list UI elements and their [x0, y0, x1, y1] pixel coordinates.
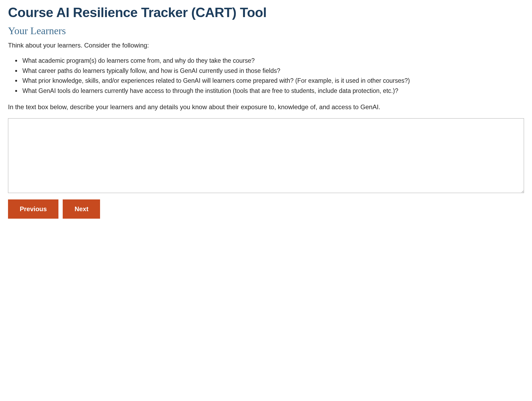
next-button[interactable]: Next [63, 199, 100, 219]
list-item: What academic program(s) do learners com… [21, 56, 524, 66]
nav-button-row: Previous Next [8, 199, 524, 219]
page-title: Course AI Resilience Tracker (CART) Tool [8, 5, 524, 20]
list-item: What GenAI tools do learners currently h… [21, 86, 524, 96]
instruction-paragraph: In the text box below, describe your lea… [8, 102, 524, 112]
list-item: What prior knowledge, skills, and/or exp… [21, 76, 524, 86]
intro-paragraph: Think about your learners. Consider the … [8, 41, 524, 50]
list-item: What career paths do learners typically … [21, 66, 524, 76]
previous-button[interactable]: Previous [8, 199, 58, 219]
section-title: Your Learners [8, 25, 524, 37]
learners-description-input[interactable] [8, 118, 524, 193]
considerations-list: What academic program(s) do learners com… [21, 56, 524, 96]
